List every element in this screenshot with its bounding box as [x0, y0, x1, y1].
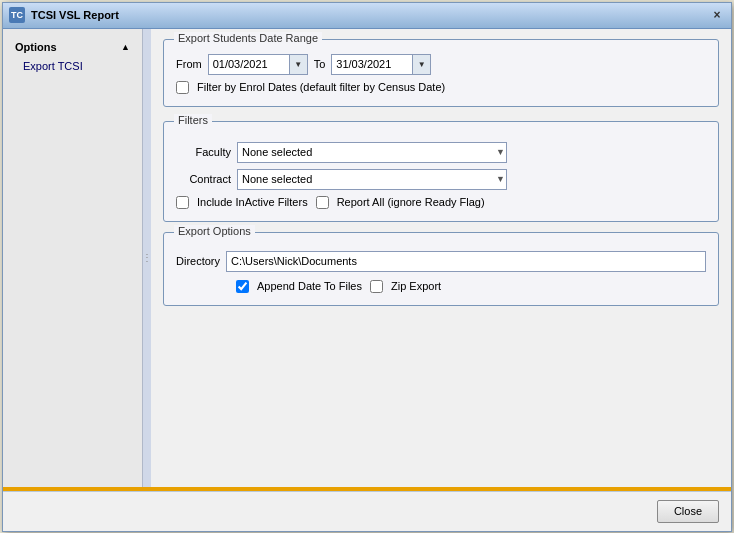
to-date-dropdown-icon[interactable]: ▼ [412, 55, 430, 74]
footer: Close [3, 491, 731, 531]
filter-enrol-dates-row: Filter by Enrol Dates (default filter by… [176, 81, 706, 94]
contract-select[interactable]: None selected [237, 169, 507, 190]
main-content: Export Students Date Range From ▼ To ▼ [151, 29, 731, 487]
close-button[interactable]: Close [657, 500, 719, 523]
dialog-title: TCSI VSL Report [31, 9, 709, 21]
faculty-select[interactable]: None selected [237, 142, 507, 163]
include-inactive-checkbox[interactable] [176, 196, 189, 209]
from-date-input[interactable] [209, 57, 289, 71]
faculty-label: Faculty [176, 146, 231, 158]
from-date-input-wrapper[interactable]: ▼ [208, 54, 308, 75]
title-bar: TC TCSI VSL Report × [3, 3, 731, 29]
export-options-group: Export Options Directory Append Date To … [163, 232, 719, 306]
report-all-checkbox[interactable] [316, 196, 329, 209]
export-options-content: Directory Append Date To Files Zip Expor… [176, 251, 706, 293]
include-inactive-label: Include InActive Filters [197, 196, 308, 208]
filter-enrol-dates-checkbox[interactable] [176, 81, 189, 94]
resize-handle[interactable]: ⋮ [143, 29, 151, 487]
contract-label: Contract [176, 173, 231, 185]
contract-row: Contract None selected ▼ [176, 169, 706, 190]
to-date-input[interactable] [332, 57, 412, 71]
sidebar-section-label: Options [15, 41, 57, 53]
from-date-dropdown-icon[interactable]: ▼ [289, 55, 307, 74]
export-date-group: Export Students Date Range From ▼ To ▼ [163, 39, 719, 107]
to-label: To [314, 58, 326, 70]
dialog-icon: TC [9, 7, 25, 23]
main-dialog: TC TCSI VSL Report × Options ▲ Export TC… [2, 2, 732, 532]
filters-content: Faculty None selected ▼ Contract Non [176, 142, 706, 209]
zip-export-label: Zip Export [391, 280, 441, 292]
sidebar-section-options[interactable]: Options ▲ [7, 37, 138, 57]
filters-legend: Filters [174, 114, 212, 126]
filter-options-row: Include InActive Filters Report All (ign… [176, 196, 706, 209]
directory-input[interactable] [226, 251, 706, 272]
sidebar-item-export-tcsi[interactable]: Export TCSI [7, 57, 138, 75]
faculty-row: Faculty None selected ▼ [176, 142, 706, 163]
zip-export-checkbox[interactable] [370, 280, 383, 293]
faculty-select-wrapper[interactable]: None selected ▼ [237, 142, 507, 163]
report-all-label: Report All (ignore Ready Flag) [337, 196, 485, 208]
sidebar: Options ▲ Export TCSI [3, 29, 143, 487]
dialog-body: Options ▲ Export TCSI ⋮ Export Students … [3, 29, 731, 487]
sidebar-arrow-icon: ▲ [121, 42, 130, 52]
directory-row: Directory [176, 251, 706, 272]
append-date-checkbox[interactable] [236, 280, 249, 293]
close-icon[interactable]: × [709, 7, 725, 23]
from-label: From [176, 58, 202, 70]
append-date-label: Append Date To Files [257, 280, 362, 292]
export-option-checkboxes: Append Date To Files Zip Export [176, 280, 706, 293]
to-date-input-wrapper[interactable]: ▼ [331, 54, 431, 75]
filter-enrol-dates-label: Filter by Enrol Dates (default filter by… [197, 81, 445, 93]
date-range-row: From ▼ To ▼ [176, 54, 706, 75]
directory-label: Directory [176, 255, 220, 267]
filters-group: Filters Faculty None selected ▼ Contract [163, 121, 719, 222]
export-date-legend: Export Students Date Range [174, 32, 322, 44]
export-options-legend: Export Options [174, 225, 255, 237]
contract-select-wrapper[interactable]: None selected ▼ [237, 169, 507, 190]
